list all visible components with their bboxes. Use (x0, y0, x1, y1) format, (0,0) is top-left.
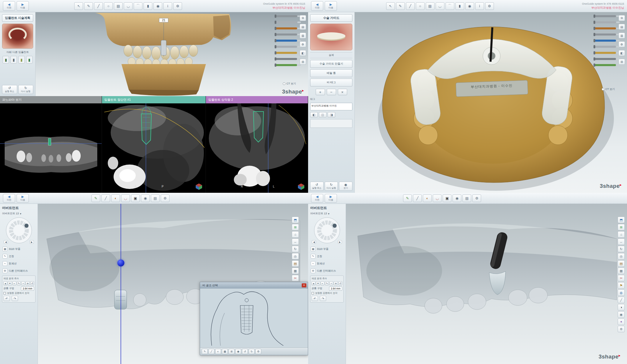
axis-handle-sphere[interactable] (117, 259, 124, 266)
circle-tool-icon[interactable]: ○ (104, 2, 113, 10)
drill-tool[interactable] (594, 33, 616, 36)
ct-visibility-toggle[interactable]: CT 보기 (283, 82, 296, 86)
pointer-tool-icon[interactable]: ↖ (386, 2, 395, 10)
cross-section-window[interactable]: 바 골조 선택 × ✎ ╱ (200, 282, 308, 355)
redo-button[interactable]: ↷ (320, 296, 326, 301)
rotate-icon[interactable]: ↻ (618, 246, 625, 252)
step-other-interface[interactable]: ⚙ 다른 인터페이스 (2, 268, 36, 274)
create-guide-button[interactable]: 수술 가이드 만들기 (310, 60, 352, 68)
align-center-button[interactable]: ◫ (319, 112, 326, 117)
grid-icon[interactable]: ⊞ (618, 224, 625, 230)
drill-tool[interactable] (275, 46, 297, 48)
camera-icon[interactable]: ◉ (618, 311, 625, 318)
settings-button[interactable]: ⚙ (619, 41, 625, 47)
sketch-tool-icon[interactable]: ✎ (396, 2, 405, 10)
prev-step-button[interactable]: ◀ 이전 (3, 1, 15, 11)
split-view-button[interactable]: ◧ (300, 50, 306, 56)
panoramic-panel[interactable]: 파노라마 보기 (0, 96, 102, 193)
remove-material-icon[interactable]: ▼ (316, 281, 320, 285)
wand-icon[interactable]: ✦ (618, 319, 625, 325)
undo-button[interactable]: ↺ 실행 취소 (2, 85, 17, 94)
drill-tool[interactable] (594, 40, 616, 42)
mask-view-icon[interactable]: ▣ (131, 195, 140, 202)
sinus-section-xray[interactable]: R L (206, 103, 308, 193)
prev-step-button[interactable]: ◀ 이전 (311, 194, 323, 203)
cross-section-panel[interactable]: 임플란트 절단면 #1 (102, 96, 206, 193)
copy-view-button[interactable]: ⧉ (619, 15, 625, 21)
zoom-icon[interactable]: ◎ (618, 253, 625, 259)
screenshot-tool-icon[interactable]: ▤ (426, 2, 435, 10)
draw-icon[interactable]: ✎ (325, 281, 329, 285)
close-button[interactable]: × (338, 89, 347, 95)
drill-tool[interactable] (594, 21, 616, 23)
split-view-button[interactable]: ◧ (619, 50, 625, 56)
drill-tool[interactable] (275, 40, 297, 42)
smooth-icon[interactable]: ◐ (13, 281, 16, 285)
redo-button[interactable]: ↻ 다시 실행 (18, 85, 33, 94)
settings-tool-icon[interactable]: ⚙ (173, 2, 182, 10)
drill-tool[interactable] (594, 58, 616, 60)
reset-icon[interactable]: ↺ (30, 281, 34, 285)
step-part[interactable]: ▦ 3110 부품 (2, 246, 36, 252)
drill-tool[interactable] (275, 15, 297, 17)
mesh-icon[interactable]: ▦ (292, 268, 299, 274)
measure-tool-icon[interactable]: ╱ (101, 195, 110, 202)
drill-tool[interactable] (594, 46, 616, 48)
implant-view-icon[interactable]: ▮ (144, 2, 152, 10)
info-tool-icon[interactable]: i (163, 2, 172, 10)
3d-viewport[interactable]: 21 ⧉ ▤ (36, 12, 308, 96)
settings-button[interactable]: ⚙ (300, 41, 306, 47)
grid-view-button[interactable]: ⊞ (300, 59, 306, 65)
undo-button[interactable]: ↺ 실행 취소 (310, 182, 324, 191)
measure-tool-icon[interactable]: ╱ (413, 195, 422, 202)
smile-view-icon[interactable]: ◡ (121, 195, 130, 202)
mesh-icon[interactable]: ▦ (618, 268, 625, 274)
ruler-icon[interactable]: ╱ (618, 297, 625, 303)
measure-tool-icon[interactable]: ╱ (94, 2, 103, 10)
undo-button[interactable]: ↶ (3, 296, 10, 301)
layers-tool-icon[interactable]: ▤ (151, 195, 160, 202)
info-tool-icon[interactable]: i (475, 2, 484, 10)
align-right-button[interactable]: ◨ (328, 112, 335, 117)
copy-view-button[interactable]: ⧉ (300, 15, 306, 21)
implant-library-icon[interactable]: ▮ (3, 56, 9, 63)
orientation-cube-icon[interactable] (195, 183, 203, 190)
pointer-tool-icon[interactable]: ↖ (74, 2, 83, 10)
rotate-icon[interactable]: ↻ (292, 246, 299, 252)
3d-viewport[interactable]: ⬒ ⊞ ⌂ ↔ ↻ ◎ ▤ ▦ ✂ ⚑ ◍ ╱ (38, 204, 308, 364)
chart-prev-button[interactable]: ◀ (312, 240, 316, 244)
contrast-icon[interactable]: ◑ (618, 304, 625, 310)
measure-tool-icon[interactable]: ╱ (406, 2, 415, 10)
plus-icon[interactable]: ⊕ (334, 281, 338, 285)
sketch-tool-icon[interactable]: ✎ (84, 2, 93, 10)
view-cube-icon[interactable]: ⬒ (292, 217, 299, 223)
settings-tool-icon[interactable]: ⚙ (472, 195, 481, 202)
settings-tool-icon[interactable]: ⚙ (485, 2, 494, 10)
implant-library-icon[interactable]: ▮ (18, 56, 25, 63)
camera-tool-icon[interactable]: ◉ (153, 2, 162, 10)
wave-icon[interactable]: ≈ (21, 281, 25, 285)
arch-view-icon[interactable]: ⌒ (446, 2, 454, 10)
home-view-icon[interactable]: ⌂ (618, 231, 625, 238)
home-view-icon[interactable]: ⌂ (292, 231, 299, 238)
drill-tool[interactable] (275, 52, 297, 54)
wax-tool-icon[interactable]: ◐ (111, 195, 120, 202)
sculpt-tool-icon[interactable]: ✎ (403, 195, 412, 202)
chart-prev-button[interactable]: ◀ (4, 240, 8, 244)
smile-view-icon[interactable]: ◡ (436, 2, 444, 10)
wax-tool-icon[interactable]: ◐ (423, 195, 432, 202)
report-button[interactable]: ▤ (619, 24, 625, 30)
ruler-icon[interactable]: ╱ (209, 349, 214, 354)
mesh-icon[interactable]: ▦ (222, 349, 228, 354)
tag-text-input[interactable]: 부산대치과병원 이수진 (310, 103, 352, 110)
grid-icon[interactable]: ⊞ (229, 349, 234, 354)
add-material-icon[interactable]: ▲ (3, 281, 7, 285)
pan-icon[interactable]: ↔ (292, 238, 299, 245)
smooth-icon[interactable]: ◐ (215, 349, 221, 354)
smooth-icon[interactable]: ◐ (321, 281, 324, 285)
smile-view-icon[interactable]: ◡ (124, 2, 133, 10)
step-adjust[interactable]: ✎ 조정 (2, 253, 36, 259)
step-margin-line[interactable]: ≈ 한계선 (310, 260, 344, 267)
draw-icon[interactable]: ✎ (202, 349, 208, 354)
step-part[interactable]: ▦ 3110 부품 (310, 246, 344, 252)
